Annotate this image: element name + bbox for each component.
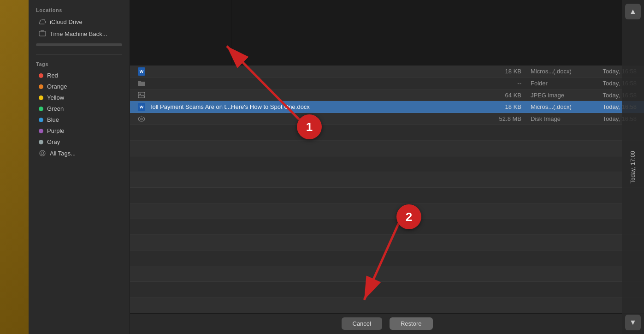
cancel-button[interactable]: Cancel: [342, 317, 382, 330]
empty-row: [130, 141, 644, 156]
empty-row: [130, 298, 644, 313]
blue-dot-icon: [39, 118, 43, 122]
sidebar-divider: [36, 54, 122, 55]
sidebar-scroll-area: [29, 40, 130, 50]
empty-row: [130, 219, 644, 235]
yellow-dot-icon: [39, 95, 43, 100]
chevron-up-icon: ▲: [629, 7, 637, 16]
empty-row: [130, 266, 644, 282]
time-machine-icon: [39, 30, 46, 37]
timeline-date: Today, 17:00: [630, 151, 636, 184]
tags-section-label: Tags: [29, 61, 130, 70]
file-kind: JPEG image: [521, 92, 581, 99]
tag-green-label: Green: [47, 105, 64, 112]
sidebar-slider[interactable]: [36, 43, 122, 46]
timeline-up-button[interactable]: ▲: [625, 4, 641, 19]
icloud-label: iCloud Drive: [50, 18, 83, 25]
all-tags-icon: [39, 149, 46, 157]
file-icon: [137, 67, 146, 76]
selected-file-row[interactable]: Toll Payment Scams Are on t...Here's How…: [130, 101, 644, 113]
sidebar-item-tag-red[interactable]: Red: [31, 70, 127, 81]
timeline-panel: ▲ Today, 17:00 ▼: [622, 0, 644, 334]
orange-dot-icon: [39, 84, 43, 89]
file-size: 64 KB: [484, 92, 521, 99]
disk-image-icon: [137, 115, 146, 123]
file-kind: Micros...(.docx): [521, 68, 581, 75]
svg-point-2: [40, 150, 45, 156]
timeline-down-button[interactable]: ▼: [625, 315, 641, 330]
tag-yellow-label: Yellow: [47, 94, 64, 101]
file-name: [137, 91, 484, 99]
sidebar-item-tag-green[interactable]: Green: [31, 103, 127, 114]
all-tags-label: All Tags...: [50, 150, 76, 157]
svg-point-7: [141, 118, 143, 120]
file-kind: Folder: [521, 80, 581, 87]
file-name: [137, 67, 484, 76]
table-row[interactable]: 64 KB JPEG image Today, 16:58: [130, 89, 644, 101]
svg-rect-1: [41, 30, 44, 31]
icloud-icon: [39, 18, 46, 25]
file-size: 18 KB: [484, 68, 521, 75]
annotation-circle-1: 1: [297, 114, 322, 139]
sidebar-item-tag-gray[interactable]: Gray: [31, 137, 127, 147]
restore-button[interactable]: Restore: [390, 317, 433, 330]
annotation-circle-2: 2: [396, 204, 421, 229]
empty-row: [130, 188, 644, 203]
time-machine-label: Time Machine Back...: [50, 30, 107, 37]
red-dot-icon: [39, 73, 43, 78]
sidebar-item-tag-blue[interactable]: Blue: [31, 114, 127, 125]
empty-row: [130, 203, 644, 219]
purple-dot-icon: [39, 129, 43, 133]
sidebar-item-icloud[interactable]: iCloud Drive: [31, 16, 127, 27]
empty-row: [130, 125, 644, 141]
file-kind: Disk Image: [521, 115, 581, 122]
thumbnail-main: [231, 0, 644, 65]
image-icon: [137, 91, 146, 99]
empty-row: [130, 235, 644, 250]
empty-row: [130, 282, 644, 298]
file-kind: Micros...(.docx): [521, 103, 581, 110]
sidebar-item-tag-yellow[interactable]: Yellow: [31, 92, 127, 103]
svg-point-3: [41, 152, 44, 155]
green-dot-icon: [39, 107, 43, 111]
sidebar-item-tag-purple[interactable]: Purple: [31, 125, 127, 136]
table-row[interactable]: 52.8 MB Disk Image Today, 16:58: [130, 113, 644, 125]
tag-gray-label: Gray: [47, 138, 60, 145]
docx-file-icon: [137, 103, 146, 111]
thumbnail-left: [130, 0, 231, 65]
gray-dot-icon: [39, 140, 43, 144]
folder-icon: [137, 79, 146, 87]
empty-rows-area: [130, 125, 644, 313]
file-size: 18 KB: [484, 103, 521, 110]
chevron-down-icon: ▼: [629, 318, 637, 327]
sidebar: Locations iCloud Drive Time Machine Back…: [29, 0, 130, 334]
file-name: [137, 79, 484, 87]
svg-point-6: [138, 117, 145, 121]
file-size: --: [484, 80, 521, 87]
table-row[interactable]: 18 KB Micros...(.docx) Today, 16:58: [130, 66, 644, 78]
sidebar-item-tag-orange[interactable]: Orange: [31, 81, 127, 92]
tag-red-label: Red: [47, 72, 58, 79]
bottom-bar: Cancel Restore: [130, 313, 644, 334]
file-list-area: 18 KB Micros...(.docx) Today, 16:58 -- F…: [130, 0, 644, 334]
sidebar-item-all-tags[interactable]: All Tags...: [31, 148, 127, 159]
table-row[interactable]: -- Folder Today, 16:58: [130, 78, 644, 89]
tag-purple-label: Purple: [47, 127, 65, 134]
empty-row: [130, 250, 644, 266]
file-size: 52.8 MB: [484, 115, 521, 122]
sidebar-item-time-machine[interactable]: Time Machine Back...: [31, 28, 127, 39]
empty-row: [130, 156, 644, 172]
thumbnail-row: [130, 0, 644, 66]
tag-orange-label: Orange: [47, 83, 67, 90]
tag-blue-label: Blue: [47, 116, 59, 123]
file-name: Toll Payment Scams Are on t...Here's How…: [137, 103, 484, 111]
empty-row: [130, 172, 644, 188]
locations-section-label: Locations: [29, 7, 130, 16]
tags-section: Tags Red Orange Yellow Green: [29, 61, 130, 159]
svg-rect-0: [39, 31, 46, 36]
